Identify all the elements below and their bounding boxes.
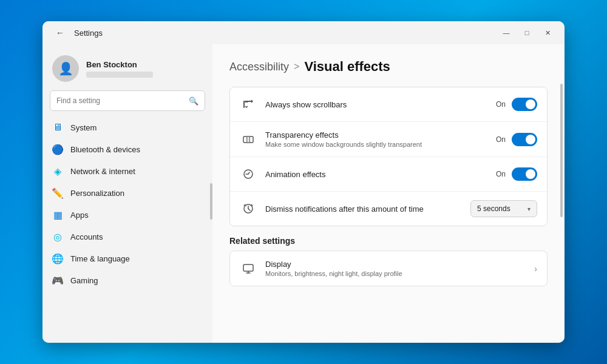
notifications-dropdown-value: 5 seconds — [477, 204, 510, 213]
sidebar: 👤 Ben Stockton 🔍 🖥 System — [42, 44, 212, 343]
transparency-toggle[interactable] — [512, 133, 537, 146]
transparency-desc: Make some window backgrounds slightly tr… — [265, 141, 496, 148]
close-button[interactable]: ✕ — [538, 24, 557, 41]
scrollbars-label: Always show scrollbars — [265, 100, 496, 109]
sidebar-item-label-apps: Apps — [70, 211, 89, 220]
breadcrumb-parent[interactable]: Accessibility — [229, 61, 289, 73]
sidebar-item-personalization[interactable]: ✏️ Personalization — [45, 183, 210, 203]
sidebar-item-apps[interactable]: ▦ Apps — [45, 204, 210, 225]
sidebar-item-label-system: System — [70, 123, 97, 132]
accounts-icon: ◎ — [52, 231, 63, 242]
minimize-button[interactable]: — — [497, 24, 516, 41]
user-section: 👤 Ben Stockton — [42, 49, 212, 90]
transparency-control: On — [496, 133, 537, 146]
sidebar-item-bluetooth[interactable]: 🔵 Bluetooth & devices — [45, 139, 210, 160]
transparency-toggle-thumb — [526, 135, 535, 144]
main-scrollbar-thumb — [560, 84, 563, 217]
notifications-text: Dismiss notifications after this amount … — [265, 204, 470, 214]
system-icon: 🖥 — [52, 122, 63, 133]
avatar-icon: 👤 — [58, 61, 73, 76]
notifications-label: Dismiss notifications after this amount … — [265, 204, 470, 214]
breadcrumb-separator: > — [294, 61, 299, 72]
animation-toggle[interactable] — [512, 167, 537, 181]
main-content: Accessibility > Visual effects — [212, 44, 565, 343]
sidebar-item-label-gaming: Gaming — [70, 276, 98, 285]
breadcrumb: Accessibility > Visual effects — [229, 59, 548, 75]
related-title: Related settings — [229, 236, 548, 246]
sidebar-item-label-accounts: Accounts — [70, 232, 103, 241]
notifications-dropdown[interactable]: 5 seconds ▾ — [470, 200, 537, 217]
titlebar: ← Settings — □ ✕ — [42, 21, 565, 44]
related-display-text: Display Monitors, brightness, night ligh… — [265, 260, 534, 277]
personalization-icon: ✏️ — [52, 187, 63, 198]
svg-line-8 — [248, 209, 250, 211]
apps-icon: ▦ — [52, 209, 63, 220]
transparency-icon — [240, 131, 257, 148]
breadcrumb-current: Visual effects — [304, 59, 390, 75]
avatar: 👤 — [52, 55, 79, 82]
network-icon: ◈ — [52, 166, 63, 177]
nav-scroll-wrap: 🖥 System 🔵 Bluetooth & devices ◈ Network… — [42, 117, 212, 338]
scrollbars-text: Always show scrollbars — [265, 100, 496, 109]
scrollbars-status: On — [496, 100, 506, 109]
nav-list: 🖥 System 🔵 Bluetooth & devices ◈ Network… — [42, 117, 212, 338]
scrollbars-toggle-thumb — [526, 99, 535, 109]
visual-effects-card: Always show scrollbars On — [229, 87, 548, 226]
svg-rect-0 — [243, 101, 245, 108]
animation-row: Animation effects On — [230, 157, 547, 192]
sidebar-item-label-network: Network & internet — [70, 167, 135, 176]
animation-label: Animation effects — [265, 170, 496, 179]
sidebar-item-system[interactable]: 🖥 System — [45, 117, 210, 138]
animation-icon — [240, 166, 257, 183]
sidebar-item-label-bluetooth: Bluetooth & devices — [70, 145, 140, 154]
user-info: Ben Stockton — [86, 60, 153, 78]
animation-control: On — [496, 167, 537, 181]
window-title: Settings — [74, 29, 103, 38]
transparency-label: Transparency effects — [265, 130, 496, 140]
sidebar-item-accounts[interactable]: ◎ Accounts — [45, 226, 210, 247]
user-email-placeholder — [86, 72, 153, 78]
main-scrollbar[interactable] — [560, 78, 563, 343]
chevron-right-icon: › — [534, 264, 537, 274]
notifications-row: Dismiss notifications after this amount … — [230, 192, 547, 226]
related-card: Display Monitors, brightness, night ligh… — [229, 251, 548, 286]
svg-rect-4 — [247, 136, 249, 143]
time-icon: 🌐 — [52, 253, 63, 264]
sidebar-item-gaming[interactable]: 🎮 Gaming — [45, 270, 210, 291]
related-section: Related settings Display — [229, 236, 548, 286]
window-controls: — □ ✕ — [497, 24, 557, 41]
notifications-icon — [240, 200, 257, 217]
sidebar-item-network[interactable]: ◈ Network & internet — [45, 161, 210, 181]
settings-list: Always show scrollbars On — [229, 87, 548, 343]
related-display-desc: Monitors, brightness, night light, displ… — [265, 270, 534, 277]
scrollbars-icon — [240, 96, 257, 113]
scrollbars-toggle[interactable] — [512, 98, 537, 111]
transparency-status: On — [496, 135, 506, 144]
svg-rect-9 — [243, 265, 253, 271]
animation-toggle-thumb — [526, 169, 535, 179]
animation-text: Animation effects — [265, 170, 496, 179]
transparency-text: Transparency effects Make some window ba… — [265, 130, 496, 148]
display-icon — [240, 260, 257, 277]
scrollbars-row: Always show scrollbars On — [230, 87, 547, 122]
dropdown-arrow-icon: ▾ — [527, 206, 531, 212]
search-icon: 🔍 — [189, 96, 198, 106]
search-input[interactable] — [56, 96, 184, 105]
titlebar-left: ← Settings — [52, 27, 103, 39]
scrollbars-control: On — [496, 98, 537, 111]
user-name: Ben Stockton — [86, 60, 153, 69]
gaming-icon: 🎮 — [52, 275, 63, 286]
sidebar-item-label-time: Time & language — [70, 254, 130, 263]
sidebar-item-label-personalization: Personalization — [70, 189, 124, 198]
content-area: 👤 Ben Stockton 🔍 🖥 System — [42, 44, 565, 343]
settings-window: ← Settings — □ ✕ 👤 Ben Stockton — [42, 21, 565, 343]
bluetooth-icon: 🔵 — [52, 144, 63, 155]
transparency-row: Transparency effects Make some window ba… — [230, 122, 547, 157]
svg-rect-1 — [245, 101, 252, 102]
back-button[interactable]: ← — [52, 27, 68, 39]
sidebar-item-time[interactable]: 🌐 Time & language — [45, 248, 210, 269]
related-display-row[interactable]: Display Monitors, brightness, night ligh… — [230, 251, 547, 286]
search-box[interactable]: 🔍 — [50, 90, 205, 111]
animation-status: On — [496, 170, 506, 178]
maximize-button[interactable]: □ — [517, 24, 537, 41]
